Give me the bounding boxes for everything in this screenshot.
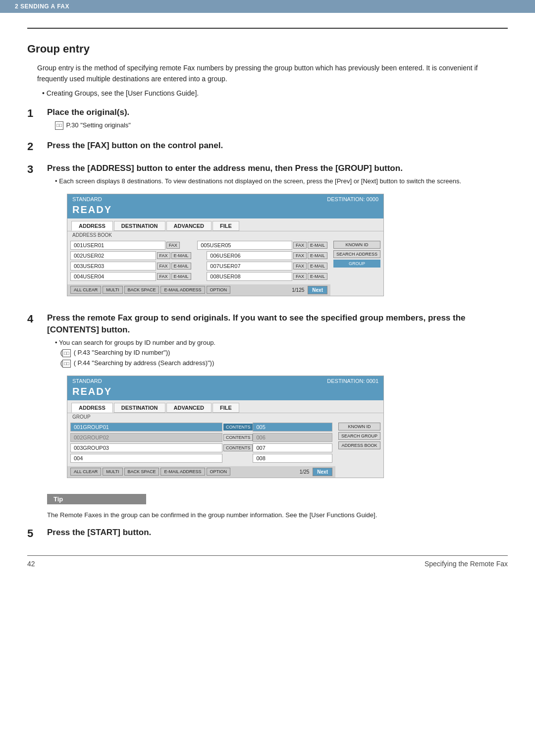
screen-btn-4-fax2[interactable]: FAX: [293, 273, 307, 280]
backspace-btn-2[interactable]: BACK SPACE: [124, 468, 160, 476]
step-4-sub2: (□□ ( P.43 "Searching by ID number")): [55, 348, 508, 358]
screen-btn-1-fax[interactable]: FAX: [166, 242, 180, 249]
bottom-divider: [27, 555, 508, 556]
screen-2-side-btns: KNOWN ID SEARCH GROUP ADDRESS BOOK: [335, 421, 383, 478]
screen-btn-1-email2[interactable]: E-MAIL: [308, 242, 327, 249]
group-contents-btn-1[interactable]: CONTENTS: [223, 424, 253, 431]
screen-1-tab-address[interactable]: ADDRESS: [71, 221, 113, 231]
step-2-title: Press the [FAX] button on the control pa…: [47, 140, 508, 152]
screen-btn-1-fax2[interactable]: FAX: [293, 242, 307, 249]
screen-2-tabs: ADDRESS DESTINATION ADVANCED FILE: [67, 400, 383, 413]
screen-2-header: STANDARD DESTINATION: 0001: [67, 376, 383, 385]
step-2-content: Press the [FAX] button on the control pa…: [47, 140, 508, 154]
search-group-btn-2[interactable]: SEARCH GROUP: [338, 432, 380, 440]
screen-btn-3-email2[interactable]: E-MAIL: [308, 263, 327, 270]
all-clear-btn-2[interactable]: ALL CLEAR: [70, 468, 101, 476]
option-btn-1[interactable]: OPTION: [207, 286, 231, 294]
group-btn-1[interactable]: GROUP: [333, 260, 380, 268]
group-cell-3-label: 003GROUP03: [70, 443, 222, 452]
ref-icon-1: □□: [55, 121, 63, 129]
next-btn-1[interactable]: Next: [308, 286, 327, 294]
intro-text: Group entry is the method of specifying …: [37, 62, 508, 85]
email-address-btn-2[interactable]: E-MAIL ADDRESS: [160, 468, 205, 476]
screen-2-header-left: STANDARD: [72, 378, 102, 384]
screen-btn-3-fax2[interactable]: FAX: [293, 263, 307, 270]
screen-btn-4-email[interactable]: E-MAIL: [171, 273, 191, 280]
step-2-number: 2: [27, 140, 43, 154]
group-cell-1-label: 001GROUP01: [70, 423, 222, 432]
next-btn-2[interactable]: Next: [313, 468, 332, 476]
screen-cell-2-right: 006USER06: [207, 251, 292, 260]
screen-2-tab-advanced[interactable]: ADVANCED: [166, 403, 212, 413]
backspace-btn-1[interactable]: BACK SPACE: [124, 286, 160, 294]
ref-icon-3: □□: [62, 360, 71, 368]
screen-2-tab-address[interactable]: ADDRESS: [71, 403, 113, 413]
step-4-title: Press the remote Fax group to send origi…: [47, 312, 508, 336]
screen-2-tab-file[interactable]: FILE: [213, 403, 239, 413]
screen-btn-3-email[interactable]: E-MAIL: [171, 263, 191, 270]
screen-1-body: 001USER01 FAX 005USER05 FAX E-MAIL 002US…: [67, 239, 330, 284]
screen-btn-2-fax[interactable]: FAX: [157, 252, 170, 259]
step-1: 1 Place the original(s). □□ P.30 "Settin…: [27, 107, 508, 131]
top-bar: 2 SENDING A FAX: [0, 0, 535, 13]
address-book-btn-2[interactable]: ADDRESS BOOK: [338, 441, 380, 449]
screen-cell-1-right: 005USER05: [197, 241, 292, 250]
screen-group-row-3: 003GROUP03 CONTENTS 007: [70, 443, 332, 452]
screen-1-sub-label: ADDRESS BOOK: [67, 231, 383, 239]
tip-section: Tip The Remote Faxes in the group can be…: [47, 494, 508, 521]
group-cell-2-num: 006: [253, 433, 332, 442]
group-cell-4-label: 004: [70, 454, 222, 463]
step-5-number: 5: [27, 527, 43, 541]
bullet-item-1: Creating Groups, see the [User Functions…: [42, 88, 508, 99]
step-1-content: Place the original(s). □□ P.30 "Setting …: [47, 107, 508, 131]
step-5: 5 Press the [START] button.: [27, 527, 508, 541]
step-5-title: Press the [START] button.: [47, 527, 508, 539]
multi-btn-1[interactable]: MULTI: [103, 286, 122, 294]
screen-1-tab-destination[interactable]: DESTINATION: [114, 221, 165, 231]
multi-btn-2[interactable]: MULTI: [103, 468, 122, 476]
screen-cell-3-left: 003USER03: [70, 262, 156, 270]
screen-btn-2-fax2[interactable]: FAX: [293, 252, 307, 259]
screen-btn-4-fax[interactable]: FAX: [157, 273, 170, 280]
known-id-btn-1[interactable]: KNOWN ID: [333, 241, 380, 249]
group-cell-1-num: 005: [253, 423, 332, 432]
step-1-sub: □□ P.30 "Setting originals": [55, 120, 508, 131]
screen-btn-4-email2[interactable]: E-MAIL: [308, 273, 327, 280]
ref-icon-2: □□: [62, 349, 71, 357]
step-2: 2 Press the [FAX] button on the control …: [27, 140, 508, 154]
tip-text: The Remote Faxes in the group can be con…: [47, 510, 508, 521]
option-btn-2[interactable]: OPTION: [207, 468, 231, 476]
step-4-number: 4: [27, 312, 43, 326]
search-address-btn-1[interactable]: SEARCH ADDRESS: [333, 250, 380, 258]
step-3-title: Press the [ADDRESS] button to enter the …: [47, 162, 508, 174]
known-id-btn-2[interactable]: KNOWN ID: [338, 423, 380, 431]
screen-cell-4-left: 004USER04: [70, 272, 156, 281]
email-address-btn-1[interactable]: E-MAIL ADDRESS: [160, 286, 205, 294]
group-contents-btn-3[interactable]: CONTENTS: [223, 444, 253, 451]
main-content: Group entry Group entry is the method of…: [0, 13, 535, 588]
screen-btn-2-email2[interactable]: E-MAIL: [308, 252, 327, 259]
screen-cell-3-right: 007USER07: [207, 262, 292, 270]
screen-1-header-dest: DESTINATION: 0000: [327, 196, 378, 202]
screen-group-row-2: 002GROUP02 CONTENTS 006: [70, 433, 332, 442]
screen-2-sub-label: GROUP: [67, 413, 383, 421]
screen-1-tab-file[interactable]: FILE: [213, 221, 239, 231]
screen-cell-1-left: 001USER01: [70, 241, 165, 250]
screen-1-header: STANDARD DESTINATION: 0000: [67, 194, 383, 203]
group-cell-2-label: 002GROUP02: [70, 433, 222, 442]
screen-1-footer: ALL CLEAR MULTI BACK SPACE E-MAIL ADDRES…: [67, 284, 330, 296]
step-1-number: 1: [27, 107, 43, 121]
screen-2-footer: ALL CLEAR MULTI BACK SPACE E-MAIL ADDRES…: [67, 466, 335, 478]
screen-2-tab-destination[interactable]: DESTINATION: [114, 403, 165, 413]
screen-2-header-dest: DESTINATION: 0001: [327, 378, 378, 384]
screen-row-1: 001USER01 FAX 005USER05 FAX E-MAIL: [70, 241, 327, 250]
group-cell-3-num: 007: [253, 443, 332, 452]
all-clear-btn-1[interactable]: ALL CLEAR: [70, 286, 101, 294]
group-cell-4-num: 008: [253, 454, 332, 463]
step-4-sub1: You can search for groups by ID number a…: [55, 338, 508, 348]
screen-btn-2-email[interactable]: E-MAIL: [171, 252, 191, 259]
screen-1-tab-advanced[interactable]: ADVANCED: [166, 221, 212, 231]
screen-1-main: 001USER01 FAX 005USER05 FAX E-MAIL 002US…: [67, 239, 383, 296]
group-contents-btn-2[interactable]: CONTENTS: [223, 434, 253, 441]
screen-btn-3-fax[interactable]: FAX: [157, 263, 170, 270]
